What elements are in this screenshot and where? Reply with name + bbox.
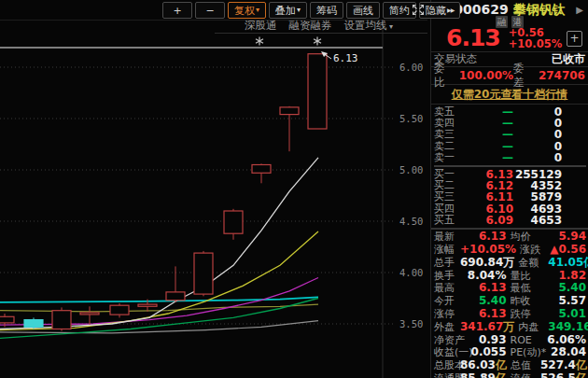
quote-row: 最高6.13最低5.40 — [434, 282, 586, 295]
stat-label: 流值 — [511, 372, 540, 378]
quote-row: 净资产0.93ROE6.06% — [434, 333, 586, 346]
submenu-dropdown-label: 设置均线 — [344, 19, 387, 32]
dropdown-caret-icon: ▾ — [387, 22, 394, 31]
orderbook-row[interactable]: 卖三—0 — [434, 129, 586, 140]
level-price: — — [462, 141, 513, 152]
price-change-pct: +10.05% — [509, 38, 563, 49]
toolbar-button-−[interactable]: − — [195, 2, 225, 19]
stat-label: 昨收 — [511, 295, 540, 307]
stat-label: ROE — [511, 334, 540, 346]
toolbar-button-label: 隐藏 — [426, 4, 446, 18]
level-label: 卖五 — [434, 106, 462, 118]
add-to-watchlist-button[interactable]: + — [567, 31, 582, 47]
weicha-value: 274706 — [539, 69, 585, 82]
stat-value: 8.04% — [460, 270, 507, 282]
level-label: 卖一 — [434, 152, 462, 163]
y-axis-tick-label: 4.50 — [399, 216, 423, 227]
stat-value: 0.93 — [460, 334, 507, 346]
stat-label: 涨跌 — [520, 244, 550, 256]
candle-body — [24, 320, 43, 328]
level-price: 6.12 — [462, 180, 513, 191]
level-label: 买一 — [434, 169, 462, 180]
stat-label: 今开 — [434, 295, 460, 307]
stat-value: 5.57 — [540, 295, 587, 307]
stat-value: 1.82 — [540, 270, 587, 282]
trade-status-value: 已收市 — [552, 51, 585, 67]
candle-body — [224, 211, 243, 233]
event-marker-icon — [256, 37, 263, 46]
toolbar-button-+[interactable]: + — [162, 2, 192, 19]
level-volume: 0 — [513, 129, 562, 140]
orderbook-row[interactable]: 买四6.104693 — [434, 203, 586, 215]
level-price: 6.10 — [462, 203, 513, 215]
level-label: 卖三 — [434, 129, 462, 140]
stat-label: 涨停 — [434, 308, 460, 320]
level-volume: 4693 — [513, 203, 562, 215]
toolbar-button-复权[interactable]: 复权▾ — [228, 2, 266, 19]
level2-ad-row: 仅需20元查看十档行情 — [431, 85, 588, 105]
level2-ad-link[interactable]: 仅需20元查看十档行情 — [452, 87, 568, 103]
quote-row: 外盘341.67万内盘349.16万 — [434, 320, 586, 333]
toolbar-button-label: − — [205, 4, 214, 18]
chart-region: 6.005.505.004.504.003.506.13 +−复权▾叠加▾筹码画… — [0, 0, 429, 378]
stat-value: ▲0.56 — [550, 244, 586, 256]
level-price: 6.09 — [462, 215, 513, 226]
toolbar-button-叠加[interactable]: 叠加▾ — [269, 2, 307, 19]
level-volume: 255129 — [513, 169, 562, 180]
submenu-item-融资融券[interactable]: 融资融券 — [289, 19, 332, 32]
submenu-item-深股通[interactable]: 深股通 — [245, 19, 277, 32]
toolbar-button-画线[interactable]: 画线 — [346, 2, 380, 19]
y-axis-tick-label: 5.50 — [399, 113, 423, 124]
sell-levels: 卖五—0卖四—0卖三—0卖二—0卖一—0 — [434, 106, 586, 163]
candle-body — [110, 305, 129, 315]
level-price: — — [462, 106, 513, 118]
level-label: 卖二 — [434, 141, 462, 152]
trade-status-row: 交易状态 已收市 — [431, 52, 588, 67]
expand-arrows-icon — [411, 3, 426, 17]
quote-row: 总股本86.03亿总值527.4亿 — [434, 359, 586, 372]
buy-levels: 买一6.13255129买二6.124352买三6.115879买四6.1046… — [434, 169, 586, 226]
candle-body — [166, 292, 185, 301]
stat-unit: 亿 — [496, 371, 507, 378]
stat-label: 最新 — [434, 231, 460, 243]
y-axis-tick-label: 5.00 — [399, 164, 423, 175]
stat-value: 0.055 — [460, 346, 507, 358]
quote-row: 最新6.13均价5.94 — [434, 231, 586, 244]
stat-unit: 亿 — [576, 358, 587, 371]
level-volume: 0 — [513, 118, 562, 129]
candlestick-chart[interactable]: 6.005.505.004.504.003.506.13 — [0, 0, 429, 378]
stat-label: 涨幅 — [434, 244, 460, 256]
stat-value: 85.89亿 — [460, 372, 507, 378]
stat-label: 最高 — [434, 282, 460, 294]
orderbook-row[interactable]: 卖一—0 — [434, 152, 586, 163]
weibi-label: 委比 — [434, 62, 455, 90]
stat-value: 5.94 — [540, 231, 587, 243]
stat-value: 5.40 — [540, 282, 587, 294]
stock-app-window: 6.005.505.004.504.003.506.13 +−复权▾叠加▾筹码画… — [0, 0, 588, 378]
orderbook-row[interactable]: 买三6.115879 — [434, 191, 586, 203]
change-block: +0.56 +10.05% — [509, 27, 563, 49]
level-volume: 0 — [513, 106, 562, 118]
stat-label: 外盘 — [434, 321, 460, 333]
y-axis-tick-label: 4.00 — [399, 267, 423, 278]
chart-submenu: 深股通融资融券设置均线 ▾ — [245, 19, 393, 32]
stat-label: 收益(一) — [434, 346, 460, 358]
orderbook-row[interactable]: 卖二—0 — [434, 141, 586, 152]
fullscreen-button[interactable] — [411, 3, 426, 17]
level-volume: 0 — [513, 152, 562, 163]
toolbar-button-筹码[interactable]: 筹码 — [310, 2, 343, 19]
level-volume: 0 — [513, 141, 562, 152]
level-price: 6.11 — [462, 191, 513, 203]
stat-label: 最低 — [511, 282, 540, 294]
weibi-value: 100.00% — [459, 69, 513, 82]
stat-value: 6.13 — [460, 308, 507, 320]
stat-label: 总手 — [434, 257, 460, 269]
candle-body — [80, 313, 99, 315]
order-book: 卖五—0卖四—0卖三—0卖二—0卖一—0 买一6.13255129买二6.124… — [431, 105, 588, 226]
toolbar-button-label: 简约 — [389, 4, 410, 18]
submenu-dropdown-ma-settings[interactable]: 设置均线 ▾ — [344, 19, 394, 32]
stock-code: 000629 — [454, 2, 508, 17]
ma-cyan-line — [0, 297, 318, 302]
orderbook-row[interactable]: 买五6.094653 — [434, 215, 586, 226]
stat-value: 41.05亿 — [548, 257, 588, 269]
